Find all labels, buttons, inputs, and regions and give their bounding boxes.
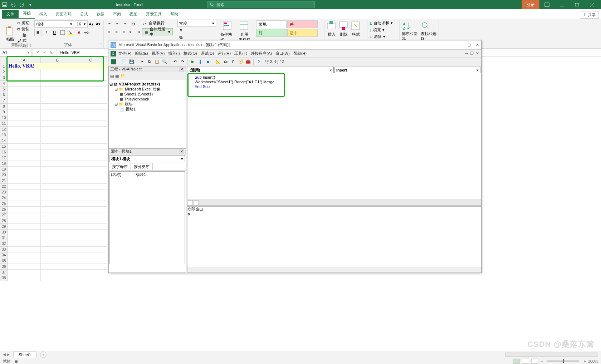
code-object-select[interactable]: (通用)▾: [188, 67, 334, 73]
align-top-icon[interactable]: ≡: [106, 20, 113, 28]
underline-button[interactable]: U: [51, 29, 58, 36]
new-sheet-button[interactable]: +: [40, 351, 47, 358]
row-header[interactable]: 30: [0, 230, 8, 235]
vba-insert-module-icon[interactable]: 📄: [121, 59, 127, 65]
font-color-button[interactable]: A: [75, 29, 83, 36]
delete-cells-button[interactable]: 删除: [339, 21, 349, 37]
vba-cut-icon[interactable]: ✂: [139, 59, 145, 65]
vba-paste-icon[interactable]: 📋: [154, 59, 160, 65]
vba-menu-help[interactable]: 帮助(H): [292, 51, 308, 56]
login-button[interactable]: 登录: [522, 0, 539, 9]
row-header[interactable]: 29: [0, 224, 8, 230]
row-header[interactable]: 25: [0, 201, 8, 207]
conditional-format-button[interactable]: 条件格式: [220, 20, 235, 43]
vba-undo-icon[interactable]: ↶: [172, 59, 178, 65]
tab-insert[interactable]: 插入: [35, 10, 52, 19]
minimize-icon[interactable]: [554, 0, 570, 9]
view-normal-icon[interactable]: [513, 359, 520, 364]
decrease-indent-icon[interactable]: ⇤: [128, 28, 134, 35]
tab-layout[interactable]: 页面布局: [52, 10, 76, 19]
sheet-h-scrollbar[interactable]: [505, 353, 598, 357]
row-header[interactable]: 13: [0, 132, 8, 138]
style-neutral[interactable]: 适中: [287, 29, 318, 37]
vba-menu-view[interactable]: 视图(V): [150, 51, 166, 56]
row-header[interactable]: 6: [0, 92, 8, 98]
vba-menu-format[interactable]: 格式(O): [182, 51, 199, 56]
tab-developer[interactable]: 开发工具: [142, 10, 166, 19]
find-select-button[interactable]: 查找和选择: [421, 21, 437, 42]
clipboard-dialog-launcher[interactable]: [27, 44, 31, 47]
vba-menu-window[interactable]: 窗口(W): [274, 51, 291, 56]
tab-review[interactable]: 审阅: [109, 10, 125, 19]
row-header[interactable]: 1: [0, 63, 8, 69]
row-header[interactable]: 31: [0, 235, 8, 241]
proj-view-object-icon[interactable]: ▦: [115, 74, 119, 78]
vba-break-icon[interactable]: ‖: [197, 59, 204, 65]
mdi-close-icon[interactable]: ✕: [476, 51, 479, 56]
props-object-select[interactable]: 模块1 模块▾: [109, 155, 185, 162]
view-page-break-icon[interactable]: [531, 359, 538, 364]
vba-close-icon[interactable]: ✕: [476, 43, 479, 47]
project-close-icon[interactable]: ✕: [179, 67, 184, 72]
view-page-layout-icon[interactable]: [522, 359, 529, 364]
props-grid[interactable]: (名称)模块1: [109, 171, 185, 264]
vba-stop-icon[interactable]: ■: [205, 59, 211, 65]
row-header[interactable]: 3: [0, 75, 8, 81]
vba-menu-file[interactable]: 文件(F): [117, 51, 133, 56]
zoom-slider[interactable]: [547, 360, 579, 362]
tell-me-search[interactable]: 搜索: [207, 1, 315, 8]
project-tree[interactable]: ⊟ 🗂 VBAProject (test.xlsx) ⊟ 📁 Microsoft…: [109, 80, 186, 147]
align-middle-icon[interactable]: ≡: [114, 20, 121, 28]
vba-project-explorer-icon[interactable]: 🗂: [223, 59, 229, 65]
fill-button[interactable]: ↓填充▾: [370, 27, 397, 33]
code-proc-select[interactable]: Insert▾: [334, 67, 480, 73]
immediate-h-scrollbar[interactable]: [187, 267, 481, 272]
vba-object-browser-icon[interactable]: 🧭: [238, 59, 244, 65]
select-all-corner[interactable]: [0, 57, 8, 63]
row-header[interactable]: 22: [0, 184, 8, 190]
copy-button[interactable]: ⧉复制: [17, 26, 30, 32]
maximize-icon[interactable]: [570, 0, 585, 9]
border-button[interactable]: [59, 29, 66, 36]
row-header[interactable]: 8: [0, 104, 8, 109]
sort-filter-button[interactable]: AZ排序和筛选: [402, 21, 418, 42]
save-icon[interactable]: [1, 1, 8, 8]
tab-home[interactable]: 开始: [19, 9, 35, 19]
bold-button[interactable]: B: [34, 29, 41, 36]
row-header[interactable]: 36: [0, 264, 8, 270]
orientation-icon[interactable]: ⟲: [130, 20, 137, 28]
row-header[interactable]: 18: [0, 161, 8, 167]
row-header[interactable]: 5: [0, 87, 8, 92]
proj-folder-icon[interactable]: 📁: [120, 74, 125, 78]
proc-view-icon[interactable]: [188, 200, 193, 205]
tab-data[interactable]: 数据: [92, 10, 109, 19]
row-header[interactable]: 26: [0, 207, 8, 212]
align-bottom-icon[interactable]: ≡: [122, 20, 129, 28]
col-header-a[interactable]: A: [8, 57, 41, 63]
pinyin-button[interactable]: wén: [84, 29, 91, 36]
format-cells-button[interactable]: 格式: [351, 21, 361, 37]
vba-menu-addins[interactable]: 外接程序(A): [249, 51, 273, 56]
code-editor[interactable]: Sub Insert() Worksheets("Sheet1").Range(…: [187, 74, 481, 90]
clear-button[interactable]: ◇清除▾: [370, 34, 397, 39]
tab-view[interactable]: 视图: [125, 10, 142, 19]
row-header[interactable]: 35: [0, 258, 8, 264]
vba-properties-icon[interactable]: 🗒: [230, 59, 236, 65]
vba-redo-icon[interactable]: ↷: [179, 59, 186, 65]
vba-save-icon[interactable]: 💾: [128, 59, 135, 65]
row-header[interactable]: 9: [0, 109, 8, 115]
vba-minimize-icon[interactable]: ─: [460, 43, 463, 47]
row-header[interactable]: 11: [0, 121, 8, 127]
increase-font-icon[interactable]: A▴: [88, 20, 94, 28]
vba-maximize-icon[interactable]: ◻: [468, 43, 471, 47]
tab-formulas[interactable]: 公式: [76, 10, 92, 19]
align-right-icon[interactable]: ≡: [121, 28, 127, 35]
zoom-in-icon[interactable]: +: [583, 359, 586, 363]
redo-icon[interactable]: [19, 1, 25, 8]
vba-menu-insert[interactable]: 插入(I): [167, 51, 181, 56]
row-header[interactable]: 16: [0, 149, 8, 155]
tab-file[interactable]: 文件: [2, 10, 19, 19]
row-header[interactable]: 2: [0, 69, 8, 75]
wrap-text-button[interactable]: ↵: [141, 20, 148, 28]
row-header[interactable]: 38: [0, 275, 8, 281]
